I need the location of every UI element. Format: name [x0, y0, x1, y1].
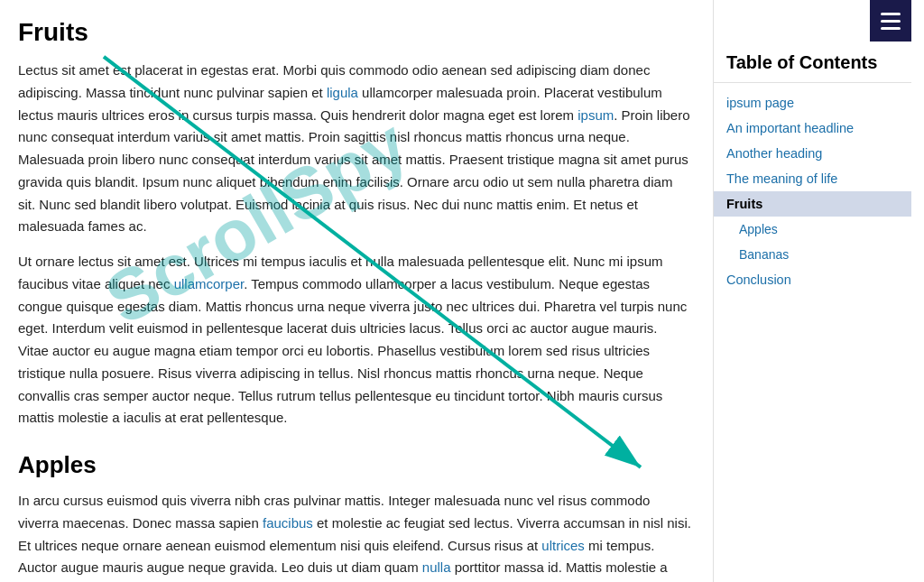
- main-content: ScrollSpy Fruits Lectus sit amet est pla…: [0, 0, 713, 582]
- toc-link-important-headline[interactable]: An important headline: [714, 115, 911, 141]
- toc-link-apples[interactable]: Apples: [714, 217, 911, 242]
- paragraph-1: Lectus sit amet est placerat in egestas …: [18, 60, 691, 238]
- link-ipsum[interactable]: ipsum: [578, 107, 614, 123]
- toc-item-another-heading[interactable]: Another heading: [714, 141, 911, 166]
- main-heading-fruits: Fruits: [18, 18, 691, 47]
- paragraph-3: In arcu cursus euismod quis viverra nibh…: [18, 490, 691, 582]
- toc-item-important-headline[interactable]: An important headline: [714, 115, 911, 141]
- toc-link-conclusion[interactable]: Conclusion: [714, 267, 911, 292]
- paragraph-2: Ut ornare lectus sit amet est. Ultrices …: [18, 251, 691, 430]
- sidebar: Table of Contents ipsum page An importan…: [713, 0, 911, 582]
- toc-link-meaning-of-life[interactable]: The meaning of life: [714, 166, 911, 191]
- hamburger-line-1: [881, 13, 901, 15]
- link-ultrices[interactable]: ultrices: [541, 538, 585, 553]
- toc-title: Table of Contents: [714, 42, 911, 83]
- toc-item-meaning-of-life[interactable]: The meaning of life: [714, 166, 911, 191]
- toc-item-bananas[interactable]: Bananas: [714, 242, 911, 267]
- main-heading-apples: Apples: [18, 451, 691, 479]
- toc-link-bananas[interactable]: Bananas: [714, 242, 911, 267]
- toc-item-fruits[interactable]: Fruits: [714, 191, 911, 217]
- link-ligula[interactable]: ligula: [327, 85, 358, 100]
- sidebar-toggle[interactable]: [870, 0, 911, 42]
- toc-link-another-heading[interactable]: Another heading: [714, 141, 911, 166]
- link-ullamcorper[interactable]: ullamcorper: [174, 276, 245, 291]
- toc-item-ipsum-page[interactable]: ipsum page: [714, 90, 911, 115]
- link-nulla[interactable]: nulla: [422, 559, 451, 575]
- toc-link-ipsum-page[interactable]: ipsum page: [714, 90, 911, 115]
- toc-list: ipsum page An important headline Another…: [714, 83, 911, 300]
- hamburger-line-2: [881, 20, 901, 23]
- toc-item-conclusion[interactable]: Conclusion: [714, 267, 911, 292]
- toc-link-fruits[interactable]: Fruits: [714, 191, 911, 217]
- toc-item-apples[interactable]: Apples: [714, 217, 911, 242]
- hamburger-line-3: [881, 27, 901, 30]
- link-faucibus[interactable]: faucibus: [263, 515, 313, 531]
